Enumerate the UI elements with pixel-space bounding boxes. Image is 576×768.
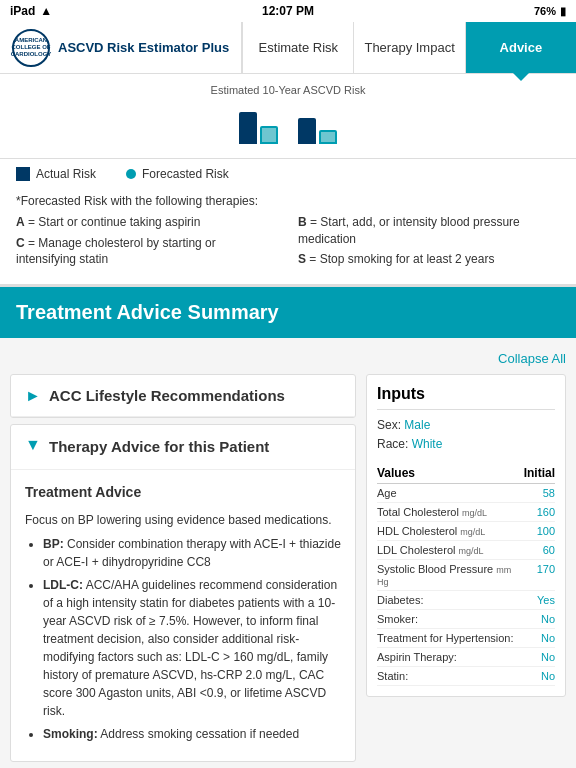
therapy-advice-title: Therapy Advice for this Patient	[49, 437, 269, 457]
app-header: AMERICANCOLLEGE OFCARDIOLOGY ASCVD Risk …	[0, 22, 576, 74]
legend-actual: Actual Risk	[16, 167, 96, 181]
status-bar: iPad ▲ 12:07 PM 76% ▮	[0, 0, 576, 22]
input-row-value: 60	[524, 540, 555, 559]
legend-forecast: Forecasted Risk	[126, 167, 229, 181]
smoking-text: Address smoking cessation if needed	[100, 727, 299, 741]
inputs-sex-row: Sex: Male	[377, 416, 555, 435]
chart-bars	[16, 104, 560, 144]
collapse-all-button[interactable]: Collapse All	[498, 351, 566, 366]
input-row-name: Aspirin Therapy:	[377, 647, 524, 666]
therapy-advice-header[interactable]: ▼ Therapy Advice for this Patient	[11, 425, 355, 470]
table-row: LDL Cholesterol mg/dL60	[377, 540, 555, 559]
app-title: ASCVD Risk Estimator Plus	[58, 40, 229, 55]
input-row-value: 170	[524, 559, 555, 590]
col-header-initial: Initial	[524, 463, 555, 484]
app-logo-area: AMERICANCOLLEGE OFCARDIOLOGY ASCVD Risk …	[0, 22, 242, 73]
input-row-name: Diabetes:	[377, 590, 524, 609]
bp-label: BP:	[43, 537, 64, 551]
actual-bar-1	[239, 112, 257, 144]
tab-advice[interactable]: Advice	[465, 22, 576, 73]
chevron-down-icon: ▼	[25, 437, 41, 453]
table-row: Diabetes:Yes	[377, 590, 555, 609]
table-row: HDL Cholesterol mg/dL100	[377, 521, 555, 540]
legend-forecast-label: Forecasted Risk	[142, 167, 229, 181]
therapy-key-intro: *Forecasted Risk with the following ther…	[16, 193, 560, 210]
tab-therapy-impact[interactable]: Therapy Impact	[353, 22, 464, 73]
therapy-key-col-right: B = Start, add, or intensity blood press…	[298, 214, 560, 272]
battery-icon: ▮	[560, 5, 566, 18]
status-time: 12:07 PM	[262, 4, 314, 18]
treatment-section-title: Treatment Advice Summary	[16, 301, 560, 324]
table-row: Systolic Blood Pressure mm Hg170	[377, 559, 555, 590]
acc-logo: AMERICANCOLLEGE OFCARDIOLOGY	[12, 29, 50, 67]
race-label: Race:	[377, 437, 408, 451]
treatment-advice-body: Treatment Advice Focus on BP lowering us…	[11, 470, 355, 761]
chart-legend: Actual Risk Forecasted Risk	[0, 159, 576, 185]
input-row-value: No	[524, 666, 555, 685]
tab-estimate-risk[interactable]: Estimate Risk	[242, 22, 353, 73]
legend-forecast-icon	[126, 169, 136, 179]
table-row: Statin:No	[377, 666, 555, 685]
left-column: ► ACC Lifestyle Recommendations ▼ Therap…	[10, 374, 356, 762]
treatment-bullet-ldlc: LDL-C: ACC/AHA guidelines recommend cons…	[43, 576, 341, 720]
therapy-key-col-left: A = Start or continue taking aspirin C =…	[16, 214, 278, 272]
input-row-name: HDL Cholesterol mg/dL	[377, 521, 524, 540]
lifestyle-title: ACC Lifestyle Recommendations	[49, 387, 285, 404]
therapy-key-a: A = Start or continue taking aspirin	[16, 214, 278, 231]
table-row: Aspirin Therapy:No	[377, 647, 555, 666]
nav-tabs: Estimate Risk Therapy Impact Advice	[242, 22, 576, 73]
input-row-value: 100	[524, 521, 555, 540]
input-row-name: Statin:	[377, 666, 524, 685]
legend-actual-icon	[16, 167, 30, 181]
status-right: 76% ▮	[534, 5, 566, 18]
bar-group-1	[239, 112, 278, 144]
input-row-value: 160	[524, 502, 555, 521]
sex-label: Sex:	[377, 418, 401, 432]
smoking-label: Smoking:	[43, 727, 98, 741]
table-row: Smoker:No	[377, 609, 555, 628]
forecast-bar-1	[260, 126, 278, 144]
actual-bar-2	[298, 118, 316, 144]
inputs-meta: Sex: Male Race: White	[377, 416, 555, 454]
inputs-title: Inputs	[377, 385, 555, 410]
col-header-values: Values	[377, 463, 524, 484]
input-row-name: Total Cholesterol mg/dL	[377, 502, 524, 521]
chevron-right-icon: ►	[25, 388, 41, 404]
therapy-key-c: C = Manage cholesterol by starting or in…	[16, 235, 278, 269]
input-row-name: Smoker:	[377, 609, 524, 628]
therapy-key-s: S = Stop smoking for at least 2 years	[298, 251, 560, 268]
inputs-table: Values Initial Age58Total Cholesterol mg…	[377, 463, 555, 686]
legend-actual-label: Actual Risk	[36, 167, 96, 181]
treatment-bullet-bp: BP: Consider combination therapy with AC…	[43, 535, 341, 571]
device-label: iPad	[10, 4, 35, 18]
therapy-key: *Forecasted Risk with the following ther…	[0, 185, 576, 287]
treatment-advice-intro: Focus on BP lowering using evidence base…	[25, 511, 341, 529]
collapse-all-row: Collapse All	[10, 346, 566, 374]
treatment-advice-list: BP: Consider combination therapy with AC…	[25, 535, 341, 743]
input-row-value: No	[524, 647, 555, 666]
ldlc-text: ACC/AHA guidelines recommend considerati…	[43, 578, 337, 718]
input-row-value: No	[524, 628, 555, 647]
ldlc-label: LDL-C:	[43, 578, 83, 592]
table-row: Age58	[377, 483, 555, 502]
wifi-icon: ▲	[40, 4, 52, 18]
input-row-name: Age	[377, 483, 524, 502]
sex-value: Male	[404, 418, 430, 432]
input-row-value: Yes	[524, 590, 555, 609]
race-value: White	[412, 437, 443, 451]
main-content: Collapse All ► ACC Lifestyle Recommendat…	[0, 338, 576, 768]
bar-group-2	[298, 118, 337, 144]
battery-label: 76%	[534, 5, 556, 17]
treatment-bullet-smoking: Smoking: Address smoking cessation if ne…	[43, 725, 341, 743]
input-row-name: Systolic Blood Pressure mm Hg	[377, 559, 524, 590]
risk-chart-area: Estimated 10-Year ASCVD Risk	[0, 74, 576, 159]
therapy-advice-section: ▼ Therapy Advice for this Patient Treatm…	[10, 424, 356, 762]
content-layout: ► ACC Lifestyle Recommendations ▼ Therap…	[10, 374, 566, 762]
treatment-section-header: Treatment Advice Summary	[0, 287, 576, 338]
table-row: Treatment for Hypertension:No	[377, 628, 555, 647]
forecast-bar-2	[319, 130, 337, 144]
chart-label: Estimated 10-Year ASCVD Risk	[16, 84, 560, 96]
bp-text: Consider combination therapy with ACE-I …	[43, 537, 341, 569]
lifestyle-header[interactable]: ► ACC Lifestyle Recommendations	[11, 375, 355, 417]
inputs-race-row: Race: White	[377, 435, 555, 454]
